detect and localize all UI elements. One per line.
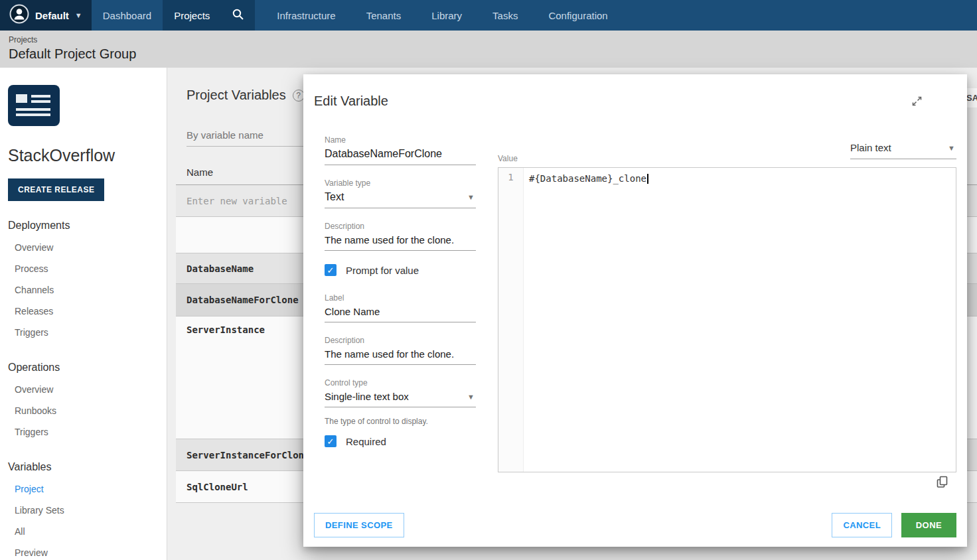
line-number-gutter: 1 bbox=[498, 168, 524, 472]
sidebar-item-preview[interactable]: Preview bbox=[8, 542, 160, 560]
description-input-2[interactable]: The name used for the clone. bbox=[325, 348, 476, 365]
chevron-down-icon: ▼ bbox=[467, 393, 475, 401]
section-title: Variables bbox=[8, 461, 160, 473]
required-checkbox-row[interactable]: ✓ Required bbox=[325, 435, 476, 447]
sidebar-item-library-sets[interactable]: Library Sets bbox=[8, 500, 160, 521]
control-type-helper: The type of control to display. bbox=[325, 417, 476, 426]
expand-dialog-button[interactable] bbox=[911, 96, 923, 109]
sidebar-item-process[interactable]: Process bbox=[8, 258, 160, 279]
description-field-1: Description The name used for the clone. bbox=[325, 222, 476, 251]
sidebar-section-operations: Operations Overview Runbooks Triggers bbox=[8, 362, 160, 443]
control-type-field: Control type Single-line text box ▼ bbox=[325, 378, 476, 407]
sidebar-section-variables: Variables Project Library Sets All Previ… bbox=[8, 461, 160, 560]
sidebar-item-channels[interactable]: Channels bbox=[8, 279, 160, 301]
dialog-left-column: Name DatabaseNameForClone Variable type … bbox=[325, 135, 476, 464]
define-scope-button[interactable]: DEFINE SCOPE bbox=[314, 513, 404, 537]
sidebar-item-ops-overview[interactable]: Overview bbox=[8, 379, 160, 400]
chevron-down-icon: ▼ bbox=[467, 193, 475, 201]
project-name: StackOverflow bbox=[8, 146, 160, 165]
top-nav: Default ▼ Dashboard Projects Infrastruct… bbox=[0, 0, 977, 31]
description-input-1[interactable]: The name used for the clone. bbox=[325, 234, 476, 251]
sidebar-section-deployments: Deployments Overview Process Channels Re… bbox=[8, 220, 160, 343]
copy-icon bbox=[935, 481, 949, 491]
sidebar-item-project-variables[interactable]: Project bbox=[8, 478, 160, 500]
nav-tab-configuration[interactable]: Configuration bbox=[537, 0, 619, 31]
project-card-icon bbox=[8, 117, 60, 128]
avatar bbox=[9, 4, 29, 27]
sidebar: StackOverflow CREATE RELEASE Deployments… bbox=[0, 68, 167, 560]
nav-tab-infrastructure[interactable]: Infrastructure bbox=[265, 0, 346, 31]
description-field-2: Description The name used for the clone. bbox=[325, 336, 476, 365]
value-code-editor[interactable]: 1 #{DatabaseName}_clone bbox=[498, 167, 956, 472]
search-button[interactable] bbox=[221, 0, 255, 31]
name-input[interactable]: DatabaseNameForClone bbox=[325, 148, 476, 165]
text-cursor bbox=[647, 174, 648, 184]
sidebar-item-overview[interactable]: Overview bbox=[8, 237, 160, 258]
variable-type-select[interactable]: Text ▼ bbox=[325, 191, 476, 208]
done-button[interactable]: DONE bbox=[901, 513, 956, 537]
help-icon[interactable]: ? bbox=[293, 90, 305, 102]
chevron-down-icon: ▼ bbox=[75, 11, 82, 19]
prompt-for-value-checkbox-row[interactable]: ✓ Prompt for value bbox=[325, 264, 476, 276]
variable-filter-input[interactable]: By variable name bbox=[187, 129, 313, 147]
space-name: Default bbox=[35, 10, 69, 21]
nav-tab-tenants[interactable]: Tenants bbox=[355, 0, 413, 31]
breadcrumb: Projects Default Project Group bbox=[0, 31, 977, 68]
sidebar-item-ops-triggers[interactable]: Triggers bbox=[8, 421, 160, 443]
section-title: Operations bbox=[8, 362, 160, 374]
checkbox-checked-icon[interactable]: ✓ bbox=[325, 264, 337, 276]
checkbox-checked-icon[interactable]: ✓ bbox=[325, 435, 337, 447]
code-line[interactable]: #{DatabaseName}_clone bbox=[524, 168, 648, 472]
value-mode-select[interactable]: Plain text ▼ bbox=[850, 142, 956, 159]
space-selector[interactable]: Default ▼ bbox=[0, 0, 92, 31]
sidebar-item-all[interactable]: All bbox=[8, 521, 160, 542]
search-icon bbox=[232, 8, 244, 23]
name-field: Name DatabaseNameForClone bbox=[325, 135, 476, 165]
value-label: Value bbox=[498, 154, 518, 163]
nav-tab-tasks[interactable]: Tasks bbox=[481, 0, 529, 31]
breadcrumb-parent[interactable]: Projects bbox=[9, 35, 977, 44]
nav-tab-projects[interactable]: Projects bbox=[163, 0, 221, 31]
control-type-select[interactable]: Single-line text box ▼ bbox=[325, 391, 476, 407]
dialog-title: Edit Variable bbox=[314, 94, 388, 109]
page-title: Default Project Group bbox=[9, 46, 977, 62]
nav-tab-dashboard[interactable]: Dashboard bbox=[92, 0, 163, 31]
variable-type-field: Variable type Text ▼ bbox=[325, 178, 476, 208]
sidebar-item-runbooks[interactable]: Runbooks bbox=[8, 400, 160, 421]
chevron-down-icon: ▼ bbox=[948, 144, 955, 152]
edit-variable-dialog: Edit Variable Name DatabaseNameForClone … bbox=[303, 74, 967, 547]
expand-icon bbox=[911, 99, 923, 109]
create-release-button[interactable]: CREATE RELEASE bbox=[8, 178, 104, 201]
panel-title: Project Variables bbox=[187, 88, 286, 103]
copy-value-button[interactable] bbox=[935, 475, 949, 491]
new-variable-placeholder: Enter new variable bbox=[187, 196, 287, 206]
sidebar-item-triggers[interactable]: Triggers bbox=[8, 322, 160, 343]
section-title: Deployments bbox=[8, 220, 160, 232]
label-field: Label Clone Name bbox=[325, 293, 476, 322]
cancel-button[interactable]: CANCEL bbox=[832, 513, 892, 537]
sidebar-item-releases[interactable]: Releases bbox=[8, 301, 160, 322]
label-input[interactable]: Clone Name bbox=[325, 306, 476, 322]
nav-group: Infrastructure Tenants Library Tasks Con… bbox=[265, 0, 627, 31]
nav-tab-library[interactable]: Library bbox=[420, 0, 473, 31]
